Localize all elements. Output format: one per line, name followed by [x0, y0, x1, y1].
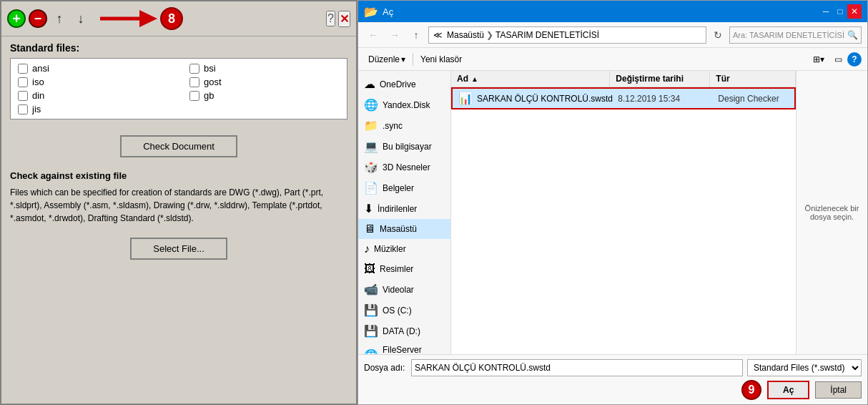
onedrive-label: OneDrive	[380, 79, 416, 89]
nav-d-drive[interactable]: 💾 DATA (D:)	[358, 321, 450, 341]
help-button[interactable]: ?	[326, 11, 335, 26]
file-row[interactable]: 📊 SARKAN ÖLÇÜ KONTROLÜ.swstd 8.12.2019 1…	[451, 87, 796, 109]
nav-resimler[interactable]: 🖼 Resimler	[358, 259, 450, 279]
duzenle-button[interactable]: Düzenle ▾	[364, 52, 410, 67]
nav-fileserver[interactable]: 🌐 FileServer (\\192	[358, 341, 450, 354]
file-type: Design Checker	[718, 94, 789, 104]
back-button[interactable]: ←	[364, 26, 383, 44]
new-folder-label: Yeni klasör	[420, 54, 462, 64]
checkbox-iso[interactable]: iso	[18, 77, 168, 87]
dialog-close-button[interactable]: ✕	[847, 4, 862, 19]
din-checkbox[interactable]	[18, 91, 28, 101]
nav-videolar[interactable]: 📹 Videolar	[358, 279, 450, 300]
dialog-content: ☁ OneDrive 🌐 Yandex.Disk 📁 .sync 💻 Bu bi…	[358, 71, 867, 354]
indirilenler-icon: ⬇	[364, 202, 373, 215]
breadcrumb-part1[interactable]: Masaüstü	[447, 30, 484, 40]
close-button[interactable]: ✕	[338, 11, 350, 27]
col-type-header[interactable]: Tür	[710, 71, 796, 87]
gost-label: gost	[204, 77, 222, 87]
nav-sync[interactable]: 📁 .sync	[358, 115, 450, 136]
standard-files-section: Standard files: ansi bsi iso gost din	[1, 36, 356, 130]
minimize-button[interactable]: ─	[819, 4, 833, 19]
refresh-button[interactable]: ↻	[709, 26, 726, 44]
duzenle-label: Düzenle	[368, 54, 400, 64]
resimler-label: Resimler	[380, 264, 413, 274]
cancel-button[interactable]: İptal	[815, 381, 862, 399]
preview-text: Önizlenecek bir dosya seçin.	[802, 204, 862, 221]
nav-yandex[interactable]: 🌐 Yandex.Disk	[358, 94, 450, 115]
move-up-button[interactable]: ↑	[50, 9, 69, 28]
c-drive-label: OS (C:)	[383, 306, 412, 316]
search-bar[interactable]: Ara: TASARIM DENETLETİCİSİ 🔍	[729, 26, 862, 44]
computer-label: Bu bilgisayar	[383, 142, 432, 152]
checkbox-gost[interactable]: gost	[189, 77, 340, 87]
step-badge-8: 8	[160, 7, 183, 30]
filetype-container: Standard Files (*.swstd)	[747, 359, 862, 376]
nav-belgeler[interactable]: 📄 Belgeler	[358, 177, 450, 198]
preview-toggle-button[interactable]: ▭	[829, 52, 847, 67]
ansi-checkbox[interactable]	[18, 64, 28, 74]
breadcrumb-arrow: ❯	[486, 30, 493, 40]
nav-onedrive[interactable]: ☁ OneDrive	[358, 74, 450, 94]
gost-checkbox[interactable]	[189, 77, 199, 87]
checkbox-ansi[interactable]: ansi	[18, 63, 168, 74]
onedrive-icon: ☁	[364, 77, 375, 91]
breadcrumb-icon: ≪	[433, 30, 443, 40]
dialog-help-button[interactable]: ?	[847, 52, 862, 67]
file-list: 📊 SARKAN ÖLÇÜ KONTROLÜ.swstd 8.12.2019 1…	[451, 87, 796, 354]
open-button[interactable]: Aç	[767, 381, 809, 399]
nav-computer[interactable]: 💻 Bu bilgisayar	[358, 136, 450, 157]
search-placeholder: Ara: TASARIM DENETLETİCİSİ	[733, 31, 844, 39]
search-icon: 🔍	[847, 30, 858, 40]
view-button[interactable]: ⊞ ▾	[808, 52, 829, 67]
iso-label: iso	[32, 77, 44, 87]
checkbox-gb[interactable]: gb	[189, 90, 340, 101]
red-arrow-indicator	[100, 6, 157, 31]
3d-label: 3D Nesneler	[383, 162, 430, 172]
col-type-label: Tür	[716, 74, 729, 84]
nav-c-drive[interactable]: 💾 OS (C:)	[358, 300, 450, 321]
arrow-svg	[100, 6, 157, 31]
select-file-button[interactable]: Select File...	[130, 238, 227, 260]
jis-checkbox[interactable]	[18, 104, 28, 114]
checkbox-bsi[interactable]: bsi	[189, 63, 340, 74]
design-checker-panel: + − ↑ ↓ 8 ? ✕ Standard files: ansi bsi	[0, 0, 357, 405]
jis-label: jis	[32, 104, 41, 114]
remove-button[interactable]: −	[29, 9, 47, 28]
d-drive-icon: 💾	[364, 324, 378, 338]
fileserver-label: FileServer (\\192	[383, 345, 445, 354]
check-document-button[interactable]: Check Document	[120, 135, 237, 157]
forward-button[interactable]: →	[385, 26, 404, 44]
checkbox-din[interactable]: din	[18, 90, 168, 101]
bsi-checkbox[interactable]	[189, 64, 199, 74]
checkbox-jis[interactable]: jis	[18, 104, 168, 114]
breadcrumb: ≪ Masaüstü ❯ TASARIM DENETLETİCİSİ	[428, 26, 706, 44]
col-date-header[interactable]: Değiştirme tarihi	[610, 71, 710, 87]
gb-checkbox[interactable]	[189, 91, 199, 101]
up-folder-button[interactable]: ↑	[407, 26, 425, 44]
maximize-button[interactable]: □	[833, 4, 847, 19]
sync-label: .sync	[383, 121, 403, 131]
nav-3d[interactable]: 🎲 3D Nesneler	[358, 157, 450, 177]
new-folder-button[interactable]: Yeni klasör	[416, 52, 466, 67]
masaustu-icon: 🖥	[364, 223, 375, 235]
resimler-icon: 🖼	[364, 263, 375, 275]
nav-indirilenler[interactable]: ⬇ İndirilenler	[358, 198, 450, 219]
nav-muzikler[interactable]: ♪ Müzikler	[358, 239, 450, 259]
move-down-button[interactable]: ↓	[71, 9, 90, 28]
info-section: Check against existing file Files which …	[1, 163, 356, 230]
add-button[interactable]: +	[7, 9, 26, 28]
iso-checkbox[interactable]	[18, 77, 28, 87]
info-title: Check against existing file	[10, 169, 347, 183]
filename-input[interactable]	[411, 359, 743, 376]
nav-masaustu[interactable]: 🖥 Masaüstü	[358, 219, 450, 239]
yandex-icon: 🌐	[364, 98, 378, 112]
duzenle-arrow: ▾	[401, 54, 405, 64]
dialog-title-text: Aç	[383, 6, 819, 17]
filename-label: Dosya adı:	[364, 363, 407, 373]
col-name-header[interactable]: Ad ▲	[451, 71, 610, 87]
info-body: Files which can be specified for creatio…	[10, 186, 347, 225]
navigation-toolbar: ← → ↑ ≪ Masaüstü ❯ TASARIM DENETLETİCİSİ…	[358, 22, 867, 48]
breadcrumb-part2[interactable]: TASARIM DENETLETİCİSİ	[495, 30, 599, 40]
filetype-select[interactable]: Standard Files (*.swstd)	[747, 359, 862, 376]
